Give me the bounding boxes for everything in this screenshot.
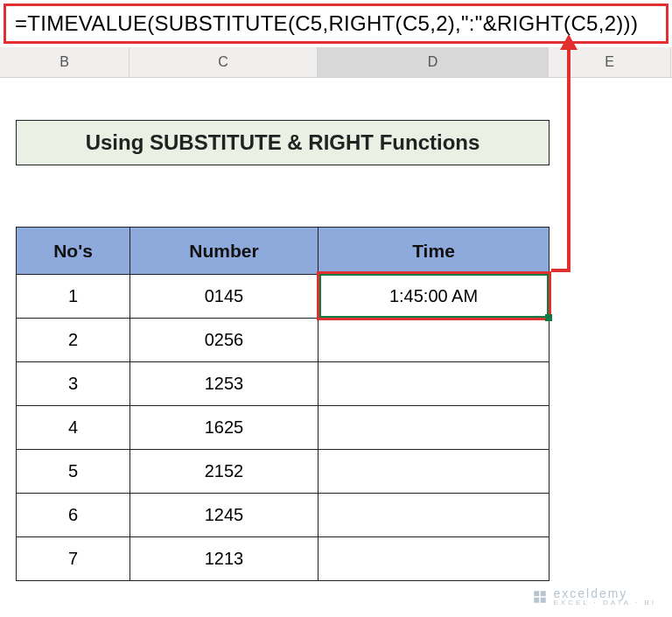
annotation-arrow-vertical <box>567 46 570 271</box>
watermark-icon <box>532 589 548 605</box>
cell-time[interactable] <box>318 406 550 450</box>
cell-nos[interactable]: 1 <box>17 275 130 319</box>
cell-number[interactable]: 1253 <box>130 362 318 406</box>
cell-nos[interactable]: 5 <box>17 450 130 494</box>
table-header-row: No's Number Time <box>17 228 550 275</box>
cell-number[interactable]: 1625 <box>130 406 318 450</box>
cell-nos[interactable]: 3 <box>17 362 130 406</box>
watermark: exceldemy EXCEL · DATA · BI <box>532 586 656 606</box>
cell-number[interactable]: 1245 <box>130 494 318 537</box>
header-time[interactable]: Time <box>318 228 550 275</box>
cell-nos[interactable]: 4 <box>17 406 130 450</box>
cell-number[interactable]: 1213 <box>130 537 318 581</box>
data-table: No's Number Time 1 0145 1:45:00 AM 2 025… <box>16 227 550 581</box>
title-text: Using SUBSTITUTE & RIGHT Functions <box>86 130 480 155</box>
table-row: 7 1213 <box>17 537 550 581</box>
cell-time[interactable] <box>318 537 550 581</box>
col-header-b[interactable]: B <box>0 47 130 77</box>
table-row: 4 1625 <box>17 406 550 450</box>
annotation-arrow-head <box>560 34 578 50</box>
table-row: 3 1253 <box>17 362 550 406</box>
formula-text: =TIMEVALUE(SUBSTITUTE(C5,RIGHT(C5,2),":"… <box>15 11 638 36</box>
table-row: 5 2152 <box>17 450 550 494</box>
cell-number[interactable]: 0145 <box>130 275 318 319</box>
cell-number[interactable]: 2152 <box>130 450 318 494</box>
header-nos[interactable]: No's <box>17 228 130 275</box>
cell-time[interactable] <box>318 362 550 406</box>
header-number[interactable]: Number <box>130 228 318 275</box>
annotation-arrow-horizontal <box>551 269 570 272</box>
cell-time[interactable] <box>318 450 550 494</box>
table-row: 6 1245 <box>17 494 550 537</box>
col-header-d[interactable]: D <box>318 47 549 77</box>
cell-time[interactable] <box>318 319 550 362</box>
column-headers: B C D E <box>0 47 672 78</box>
cell-nos[interactable]: 6 <box>17 494 130 537</box>
cell-time[interactable] <box>318 494 550 537</box>
cell-number[interactable]: 0256 <box>130 319 318 362</box>
title-cell[interactable]: Using SUBSTITUTE & RIGHT Functions <box>16 120 550 165</box>
fill-handle[interactable] <box>545 314 552 321</box>
cell-time-active[interactable]: 1:45:00 AM <box>318 275 550 319</box>
table-row: 1 0145 1:45:00 AM <box>17 275 550 319</box>
col-header-c[interactable]: C <box>130 47 318 77</box>
cell-nos[interactable]: 7 <box>17 537 130 581</box>
cell-nos[interactable]: 2 <box>17 319 130 362</box>
table-row: 2 0256 <box>17 319 550 362</box>
watermark-text: exceldemy EXCEL · DATA · BI <box>553 586 656 606</box>
